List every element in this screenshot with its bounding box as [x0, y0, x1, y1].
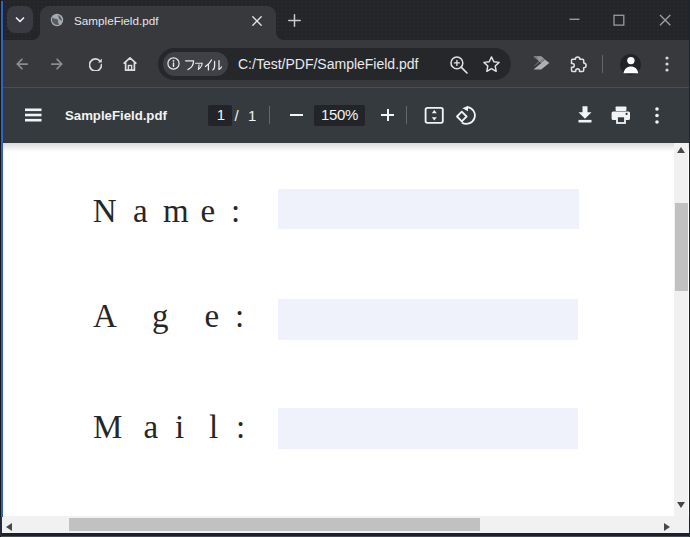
svg-text:e: e — [201, 193, 216, 229]
svg-text:N: N — [93, 193, 117, 229]
svg-text:M: M — [93, 409, 122, 445]
svg-text:a: a — [133, 193, 148, 229]
svg-text:e: e — [205, 298, 220, 334]
svg-text::: : — [231, 193, 240, 229]
svg-text:i: i — [175, 409, 184, 445]
svg-text:m: m — [163, 193, 189, 229]
svg-text:g: g — [152, 298, 169, 334]
svg-text:a: a — [144, 409, 159, 445]
svg-text::: : — [236, 409, 245, 445]
svg-text::: : — [235, 298, 244, 334]
svg-text:l: l — [209, 409, 218, 445]
svg-text:A: A — [93, 298, 117, 334]
